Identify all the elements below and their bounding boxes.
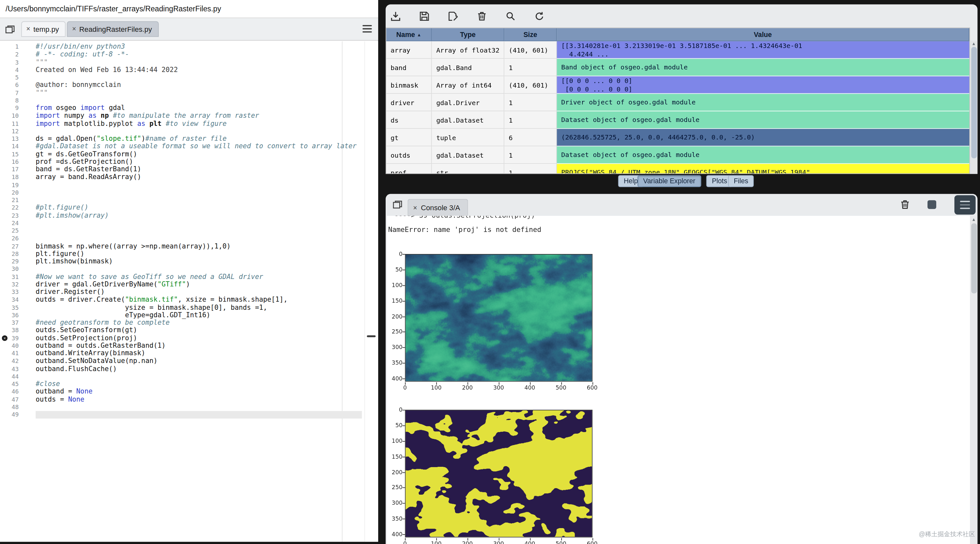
table-row[interactable]: outdsgdal.Dataset1Dataset object of osge… xyxy=(386,146,969,164)
editor-code[interactable]: #!/usr/bin/env python3# -*- coding: utf-… xyxy=(36,43,362,419)
y-tick-label: 50 xyxy=(389,422,402,429)
table-row[interactable]: profstr1PROJCS["WGS 84 / UTM zone 18N",G… xyxy=(386,164,969,174)
line-number: 29 xyxy=(0,258,27,266)
column-header-type[interactable]: Type xyxy=(432,28,504,41)
tick-mark xyxy=(402,534,405,535)
sort-asc-icon: ▲ xyxy=(417,32,421,37)
line-number: 23 xyxy=(0,212,27,220)
code-line: @author: bonnymcclain xyxy=(36,81,362,89)
search-variable-icon[interactable] xyxy=(504,10,517,22)
code-line xyxy=(36,97,362,104)
column-header-size[interactable]: Size xyxy=(504,28,557,41)
code-line xyxy=(36,235,362,242)
table-row[interactable]: arrayArray of float32(410, 601)[[3.31402… xyxy=(386,41,969,59)
console-body[interactable]: ----> 39 outds.SetProjection(proj) NameE… xyxy=(387,216,970,544)
line-number: 14 xyxy=(0,143,27,150)
code-line: outband.SetNoDataValue(np.nan) xyxy=(36,357,362,365)
code-line xyxy=(36,128,362,135)
line-number: 16 xyxy=(0,158,27,166)
tick-mark xyxy=(402,503,405,504)
code-line: outband.WriteArray(binmask) xyxy=(36,350,362,357)
tick-mark xyxy=(402,472,405,473)
table-row[interactable]: gttuple6(262846.525725, 25.0, 0.0, 44642… xyxy=(386,129,969,146)
y-tick-label: 250 xyxy=(389,484,402,490)
close-tab-icon[interactable]: × xyxy=(72,26,76,32)
pane-tab-variable-explorer[interactable]: Variable Explorer xyxy=(638,175,701,187)
editor-options-menu-icon[interactable] xyxy=(363,25,372,32)
binmask-raster-image xyxy=(406,410,592,537)
editor-tab[interactable]: ×ReadingRasterFiles.py xyxy=(67,21,159,37)
line-number: 20 xyxy=(0,189,27,196)
editor-gutter: 1234567891011121314151617181920212223242… xyxy=(0,43,27,419)
tick-mark xyxy=(402,519,405,519)
x-tick-label: 100 xyxy=(428,385,444,391)
close-tab-icon[interactable]: × xyxy=(413,204,417,212)
scrollbar-thumb[interactable] xyxy=(971,47,977,158)
tick-mark xyxy=(402,301,405,302)
code-line: outds.SetGeoTransform(gt) xyxy=(36,327,362,335)
cell-type: str xyxy=(432,164,504,174)
tick-mark xyxy=(561,538,562,541)
remove-variable-icon[interactable] xyxy=(476,10,488,22)
table-row[interactable]: binmaskArray of int64(410, 601)[[0 0 0 .… xyxy=(386,76,969,94)
refresh-variables-icon[interactable] xyxy=(533,10,546,22)
code-line: #need geotransform to be complete xyxy=(36,319,362,327)
console-pane: × Console 3/A ----> 39 outds.SetProjecti… xyxy=(386,194,977,544)
tick-mark xyxy=(402,488,405,488)
scroll-flag-column xyxy=(364,41,378,542)
console-options-menu-icon[interactable] xyxy=(955,195,976,215)
pane-tab-files[interactable]: Files xyxy=(728,175,754,187)
table-row[interactable]: drivergdal.Driver1Driver object of osgeo… xyxy=(386,94,969,111)
code-editor[interactable]: 1234567891011121314151617181920212223242… xyxy=(0,41,378,542)
line-number: 6 xyxy=(0,81,27,89)
y-tick-label: 100 xyxy=(389,282,402,288)
cell-name: outds xyxy=(386,146,432,164)
line-number: 33 xyxy=(0,289,27,296)
browse-tabs-icon[interactable] xyxy=(393,200,402,209)
save-data-as-icon[interactable] xyxy=(447,10,460,22)
line-number: 9 xyxy=(0,104,27,112)
file-path-bar: /Users/bonnymcclain/TIFFs/raster_arrays/… xyxy=(0,0,378,18)
variable-table-scrollbar[interactable]: ▲ xyxy=(970,41,977,174)
column-header-name[interactable]: Name▲ xyxy=(386,28,432,41)
code-line: band = ds.GetRasterBand(1) xyxy=(36,166,362,174)
tick-mark xyxy=(405,538,406,541)
line-number: 27 xyxy=(0,242,27,250)
line-number: 15 xyxy=(0,150,27,158)
editor-tab[interactable]: ×temp.py xyxy=(21,21,66,37)
scroll-up-icon[interactable]: ▲ xyxy=(970,41,977,45)
scrollbar-thumb[interactable] xyxy=(971,223,977,293)
close-tab-icon[interactable]: × xyxy=(26,26,30,32)
line-number: 18 xyxy=(0,174,27,181)
cell-value: Driver object of osgeo.gdal module xyxy=(557,94,969,111)
line-number: 37 xyxy=(0,319,27,327)
browse-tabs-icon[interactable] xyxy=(5,25,15,34)
scroll-up-icon[interactable]: ▲ xyxy=(970,217,977,222)
column-header-value[interactable]: Value xyxy=(557,28,969,41)
remove-console-icon[interactable] xyxy=(899,198,911,211)
tick-mark xyxy=(402,285,405,286)
save-data-icon[interactable] xyxy=(418,10,431,22)
code-line: outds = driver.Create("binmask.tif", xsi… xyxy=(36,296,362,304)
import-data-icon[interactable] xyxy=(389,10,402,22)
y-tick-label: 200 xyxy=(389,469,402,475)
variable-explorer-pane: Name▲TypeSizeValue arrayArray of float32… xyxy=(386,4,977,174)
table-row[interactable]: dsgdal.Dataset1Dataset object of osgeo.g… xyxy=(386,111,969,129)
code-line xyxy=(36,189,362,196)
console-scrollbar[interactable]: ▲ xyxy=(970,216,977,544)
error-flag-marker[interactable] xyxy=(367,335,375,337)
x-tick-label: 200 xyxy=(459,541,476,544)
console-tab[interactable]: × Console 3/A xyxy=(407,199,468,216)
cell-size: (410, 601) xyxy=(504,76,557,94)
y-tick-label: 0 xyxy=(389,407,402,413)
line-number: 26 xyxy=(0,235,27,242)
y-tick-label: 350 xyxy=(389,515,402,522)
table-row[interactable]: bandgdal.Band1Band object of osgeo.gdal … xyxy=(386,59,969,76)
tick-mark xyxy=(402,332,405,332)
code-line xyxy=(36,219,362,227)
line-number: 48 xyxy=(0,403,27,411)
tick-mark xyxy=(405,382,406,385)
cell-size: 1 xyxy=(504,59,557,76)
interrupt-kernel-icon[interactable] xyxy=(928,200,936,209)
line-number: 1 xyxy=(0,43,27,51)
